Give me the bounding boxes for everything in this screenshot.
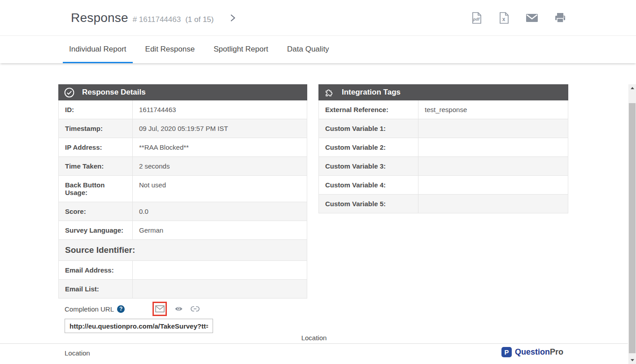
row-label: Custom Variable 5:	[319, 195, 418, 213]
integration-tags-header: Integration Tags	[318, 84, 568, 100]
row-value: 2 seconds	[133, 157, 307, 175]
response-details-panel: Response Details ID: 1611744463 Timestam…	[58, 84, 307, 299]
source-identifier-row: Source Identifier:	[59, 240, 307, 261]
copy-link-button[interactable]	[191, 306, 200, 312]
email-icon	[155, 305, 165, 312]
table-row: External Reference: test_response	[319, 100, 568, 119]
row-value	[418, 195, 568, 213]
tab-bar: Individual Report Edit Response Spotligh…	[0, 36, 636, 63]
title-wrap: Response # 1611744463 (1 of 15)	[71, 11, 213, 25]
table-row: Email List:	[59, 280, 307, 298]
table-row: Email Address:	[59, 261, 307, 280]
integration-tags-panel: Integration Tags External Reference: tes…	[318, 84, 568, 213]
row-value	[418, 119, 568, 138]
print-response-icon[interactable]	[554, 13, 566, 23]
panel-title: Integration Tags	[342, 88, 401, 97]
table-row: IP Address: **RAA Blocked**	[59, 138, 307, 157]
table-row: Timestamp: 09 Jul, 2020 05:19:57 PM IST	[59, 119, 307, 138]
app-header: Response # 1611744463 (1 of 15) pdf x	[0, 0, 636, 36]
row-label: Time Taken:	[59, 157, 133, 175]
footer-divider	[0, 343, 628, 344]
response-details-header: Response Details	[58, 84, 307, 100]
tab-spotlight-report[interactable]: Spotlight Report	[207, 36, 274, 63]
email-url-button[interactable]	[152, 302, 167, 316]
table-row: Custom Variable 4:	[319, 176, 568, 195]
tab-data-quality[interactable]: Data Quality	[281, 36, 335, 63]
row-label: Custom Variable 1:	[319, 119, 418, 138]
brand-pro: Pro	[550, 347, 563, 356]
next-response-button[interactable]	[230, 13, 236, 22]
row-value	[418, 176, 568, 194]
page-title: Response	[71, 11, 128, 25]
table-row: Custom Variable 5:	[319, 195, 568, 213]
pdf-export-icon[interactable]: pdf	[471, 12, 482, 24]
triangle-up-icon	[631, 87, 634, 89]
svg-text:pdf: pdf	[473, 17, 480, 22]
row-value: Not used	[133, 176, 307, 202]
table-row: Score: 0.0	[59, 202, 307, 221]
triangle-down-icon	[631, 359, 634, 361]
integration-tags-table: External Reference: test_response Custom…	[318, 100, 568, 213]
tab-edit-response[interactable]: Edit Response	[139, 36, 201, 63]
completion-url-label: Completion URL	[65, 305, 114, 313]
scroll-up-button[interactable]	[628, 84, 636, 92]
response-position: (1 of 15)	[185, 15, 213, 24]
preview-url-button[interactable]	[174, 306, 183, 312]
panel-title: Response Details	[82, 88, 146, 97]
response-number: # 1611744463	[133, 15, 181, 24]
table-row: Back Button Usage: Not used	[59, 176, 307, 202]
chevron-right-icon	[230, 13, 236, 22]
row-label: External Reference:	[319, 100, 418, 119]
row-value	[418, 138, 568, 156]
help-icon[interactable]: ?	[117, 305, 125, 313]
header-icons: pdf x	[471, 12, 566, 24]
row-label: Score:	[59, 202, 133, 221]
response-details-table: ID: 1611744463 Timestamp: 09 Jul, 2020 0…	[58, 100, 307, 299]
completion-url-block: Completion URL ?	[65, 301, 217, 333]
row-value: **RAA Blocked**	[133, 138, 307, 156]
check-circle-icon	[64, 87, 75, 98]
row-value: 0.0	[133, 202, 307, 221]
row-label: ID:	[59, 100, 133, 119]
row-label: Custom Variable 4:	[319, 176, 418, 194]
table-row: Custom Variable 1:	[319, 119, 568, 138]
table-row: Survey Language: German	[59, 221, 307, 240]
row-value	[418, 157, 568, 175]
row-value: German	[133, 221, 307, 239]
puzzle-icon	[324, 87, 335, 98]
svg-text:x: x	[502, 16, 505, 22]
row-label: Email Address:	[59, 261, 133, 279]
row-value: 1611744463	[133, 100, 307, 119]
table-row: Time Taken: 2 seconds	[59, 157, 307, 176]
tab-individual-report[interactable]: Individual Report	[63, 36, 133, 63]
row-label: Timestamp:	[59, 119, 133, 138]
row-label: Custom Variable 3:	[319, 157, 418, 175]
vertical-scrollbar[interactable]	[628, 84, 636, 364]
table-row: Custom Variable 3:	[319, 157, 568, 176]
table-row: Custom Variable 2:	[319, 138, 568, 157]
row-value	[133, 261, 307, 279]
link-icon	[191, 306, 200, 312]
scroll-down-button[interactable]	[628, 356, 636, 364]
row-value: 09 Jul, 2020 05:19:57 PM IST	[133, 119, 307, 138]
row-value: test_response	[418, 100, 568, 119]
row-label: Email List:	[59, 280, 133, 298]
table-row: ID: 1611744463	[59, 100, 307, 119]
row-label: IP Address:	[59, 138, 133, 156]
scrollbar-thumb[interactable]	[629, 103, 636, 353]
completion-url-input[interactable]	[65, 319, 213, 333]
completion-url-row: Completion URL ?	[65, 301, 217, 316]
row-label: Survey Language:	[59, 221, 133, 239]
completion-url-actions	[152, 302, 200, 316]
excel-export-icon[interactable]: x	[498, 12, 510, 24]
questionpro-logo-mark: P	[501, 347, 512, 357]
location-label: Location	[65, 349, 90, 357]
brand-question: Question	[515, 347, 550, 356]
eye-icon	[174, 306, 183, 312]
email-response-icon[interactable]	[526, 13, 538, 23]
row-label: Back Button Usage:	[59, 176, 133, 202]
row-label: Custom Variable 2:	[319, 138, 418, 156]
row-value	[133, 280, 307, 298]
questionpro-logo: P QuestionPro	[501, 347, 563, 357]
location-section-title: Location	[0, 334, 628, 342]
